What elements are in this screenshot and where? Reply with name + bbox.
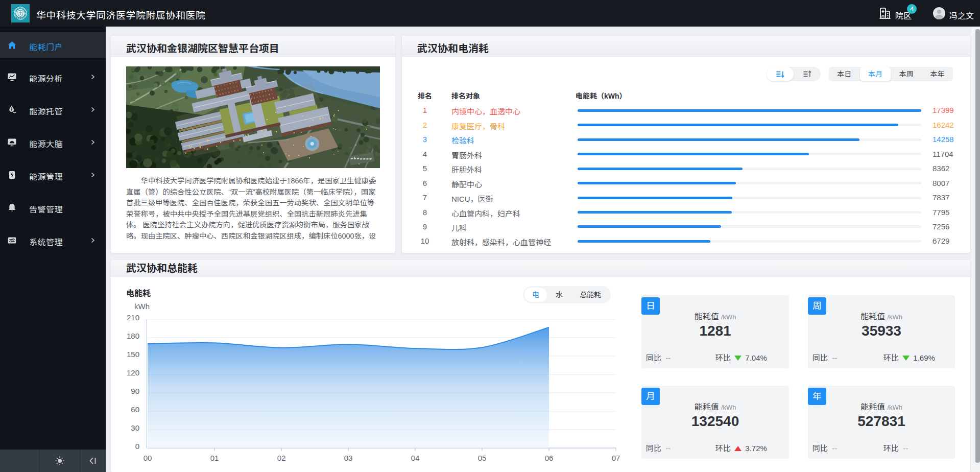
svg-text:90: 90: [131, 387, 139, 395]
svg-text:07: 07: [612, 454, 620, 462]
svg-text:120: 120: [127, 368, 139, 377]
svg-text:150: 150: [127, 350, 139, 359]
svg-text:06: 06: [545, 454, 554, 462]
svg-text:0: 0: [135, 442, 139, 451]
svg-text:04: 04: [411, 454, 420, 462]
svg-text:00: 00: [144, 454, 152, 462]
svg-text:180: 180: [127, 332, 139, 340]
svg-text:kWh: kWh: [134, 302, 150, 311]
svg-text:60: 60: [131, 405, 139, 414]
svg-text:03: 03: [344, 454, 353, 462]
svg-text:30: 30: [131, 423, 139, 432]
svg-text:02: 02: [277, 454, 286, 462]
svg-text:210: 210: [127, 313, 139, 322]
svg-text:05: 05: [478, 454, 487, 462]
svg-text:01: 01: [210, 454, 219, 462]
